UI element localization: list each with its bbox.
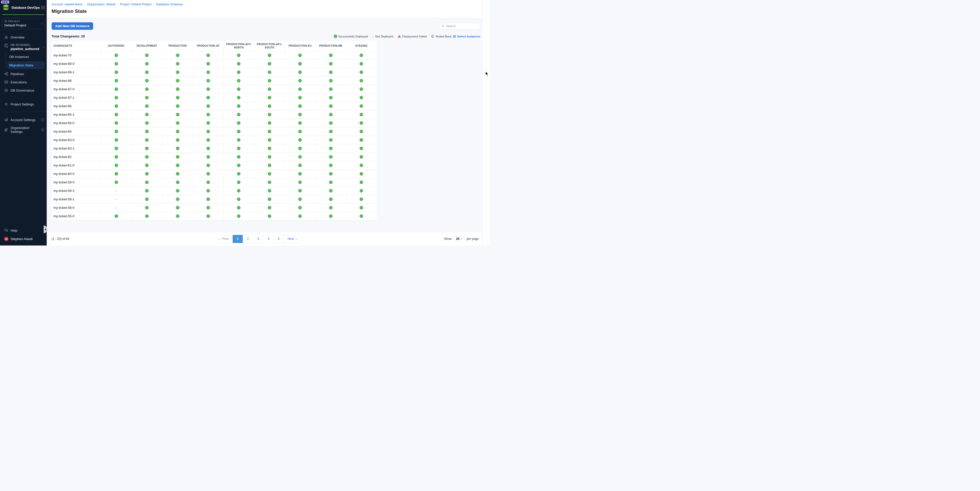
status-cell[interactable]: ✓ — [346, 145, 377, 153]
status-cell[interactable]: ✓ — [192, 111, 223, 119]
status-cell[interactable]: ✓ — [192, 60, 223, 68]
status-cell[interactable]: ✓ — [254, 111, 285, 119]
status-cell[interactable]: ✓ — [285, 153, 315, 161]
status-cell[interactable]: ✓ — [315, 102, 346, 110]
status-cell[interactable]: ✓ — [346, 77, 377, 85]
status-cell[interactable]: ✓ — [162, 94, 192, 102]
status-cell[interactable]: ✓ — [101, 68, 131, 76]
status-cell[interactable]: ✓ — [315, 94, 346, 102]
status-cell[interactable]: ✓ — [162, 161, 192, 169]
status-cell[interactable]: ✓ — [192, 51, 223, 59]
search-input[interactable] — [446, 24, 478, 28]
status-cell[interactable]: ✓ — [315, 204, 346, 211]
status-cell[interactable]: ✓ — [285, 161, 315, 169]
status-cell[interactable]: ✓ — [131, 119, 162, 127]
info-icon[interactable]: i — [41, 118, 44, 121]
status-cell[interactable]: ✓ — [285, 195, 315, 203]
status-cell[interactable]: – — [101, 204, 131, 211]
status-cell[interactable]: ✓ — [346, 178, 377, 186]
status-cell[interactable]: ✓ — [346, 187, 377, 195]
status-cell[interactable]: ✓ — [131, 145, 162, 153]
status-cell[interactable]: ✓ — [223, 178, 254, 186]
status-cell[interactable]: ✓ — [192, 212, 223, 220]
sidebar-item-migration-state[interactable]: Migration State — [8, 61, 45, 69]
status-cell[interactable]: ✓ — [223, 161, 254, 169]
page-button-2[interactable]: 2 — [243, 235, 253, 243]
status-cell[interactable]: ✓ — [101, 170, 131, 178]
status-cell[interactable]: ✓ — [315, 68, 346, 76]
status-cell[interactable]: ✓ — [101, 85, 131, 93]
status-cell[interactable]: ✓ — [162, 127, 192, 135]
status-cell[interactable]: ✓ — [223, 85, 254, 93]
status-cell[interactable]: ✓ — [101, 153, 131, 161]
status-cell[interactable]: ✓ — [131, 153, 162, 161]
status-cell[interactable]: ✓ — [285, 204, 315, 211]
status-cell[interactable]: ✓ — [254, 145, 285, 153]
status-cell[interactable]: ✓ — [223, 119, 254, 127]
status-cell[interactable]: ✓ — [162, 145, 192, 153]
status-cell[interactable]: ✓ — [101, 119, 131, 127]
status-cell[interactable]: ✓ — [285, 136, 315, 144]
sidebar-item-overview[interactable]: Overview — [0, 33, 47, 41]
sidebar-item-account-settings[interactable]: Account Settings i — [0, 116, 47, 124]
status-cell[interactable]: ✓ — [192, 102, 223, 110]
breadcrumb-link[interactable]: Database Schemas — [156, 3, 183, 6]
status-cell[interactable]: ✓ — [162, 204, 192, 211]
status-cell[interactable]: ✓ — [315, 161, 346, 169]
sidebar-item-db-schemas[interactable]: DB SCHEMAS pipeline_authored › — [0, 41, 47, 52]
status-cell[interactable]: ✓ — [162, 153, 192, 161]
status-cell[interactable]: ✓ — [223, 94, 254, 102]
status-cell[interactable]: ✓ — [192, 153, 223, 161]
status-cell[interactable]: ✓ — [254, 212, 285, 220]
select-instances-button[interactable]: Select Instances — [453, 35, 480, 38]
status-cell[interactable]: ✓ — [192, 94, 223, 102]
prev-page-button[interactable]: ← Prev — [215, 235, 232, 243]
status-cell[interactable]: ✓ — [254, 51, 285, 59]
status-cell[interactable]: ✓ — [346, 68, 377, 76]
status-cell[interactable]: ✓ — [192, 77, 223, 85]
status-cell[interactable]: ✓ — [315, 145, 346, 153]
page-button-5[interactable]: 5 — [274, 235, 284, 243]
status-cell[interactable]: ✓ — [162, 111, 192, 119]
status-cell[interactable]: ✓ — [192, 170, 223, 178]
status-cell[interactable]: ✓ — [162, 60, 192, 68]
status-cell[interactable]: ✓ — [346, 85, 377, 93]
status-cell[interactable]: ✓ — [192, 136, 223, 144]
status-cell[interactable]: ✓ — [285, 178, 315, 186]
status-cell[interactable]: ✓ — [131, 127, 162, 135]
status-cell[interactable]: ✓ — [346, 119, 377, 127]
status-cell[interactable]: ✓ — [254, 68, 285, 76]
page-button-1[interactable]: 1 — [232, 235, 243, 243]
status-cell[interactable]: ✓ — [285, 145, 315, 153]
status-cell[interactable]: ✓ — [285, 212, 315, 220]
sidebar-item-help[interactable]: ? Help — [0, 226, 47, 234]
status-cell[interactable]: ✓ — [346, 161, 377, 169]
breadcrumb-link[interactable]: Organization: default — [87, 3, 115, 6]
status-cell[interactable]: ✓ — [192, 119, 223, 127]
status-cell[interactable]: ✓ — [192, 195, 223, 203]
status-cell[interactable]: ✓ — [254, 170, 285, 178]
status-cell[interactable]: ✓ — [285, 60, 315, 68]
status-cell[interactable]: ✓ — [131, 51, 162, 59]
sidebar-item-project-settings[interactable]: Project Settings — [0, 100, 47, 108]
status-cell[interactable]: ✓ — [101, 178, 131, 186]
status-cell[interactable]: ✓ — [192, 127, 223, 135]
status-cell[interactable]: ✓ — [131, 77, 162, 85]
status-cell[interactable]: ✓ — [223, 68, 254, 76]
status-cell[interactable]: ✓ — [254, 119, 285, 127]
sidebar-item-pipelines[interactable]: Pipelines — [0, 70, 47, 78]
sidebar-item-executions[interactable]: Executions — [0, 78, 47, 86]
status-cell[interactable]: ✓ — [254, 195, 285, 203]
status-cell[interactable]: ✓ — [315, 195, 346, 203]
status-cell[interactable]: ✓ — [315, 77, 346, 85]
status-cell[interactable]: ✓ — [131, 102, 162, 110]
status-cell[interactable]: ✓ — [223, 136, 254, 144]
status-cell[interactable]: ✓ — [131, 170, 162, 178]
status-cell[interactable]: ✓ — [101, 60, 131, 68]
status-cell[interactable]: ✓ — [131, 111, 162, 119]
status-cell[interactable]: ✓ — [162, 119, 192, 127]
status-cell[interactable]: ✓ — [223, 60, 254, 68]
status-cell[interactable]: ✓ — [131, 212, 162, 220]
apps-grid-icon[interactable] — [41, 6, 45, 9]
status-cell[interactable]: ✓ — [162, 212, 192, 220]
